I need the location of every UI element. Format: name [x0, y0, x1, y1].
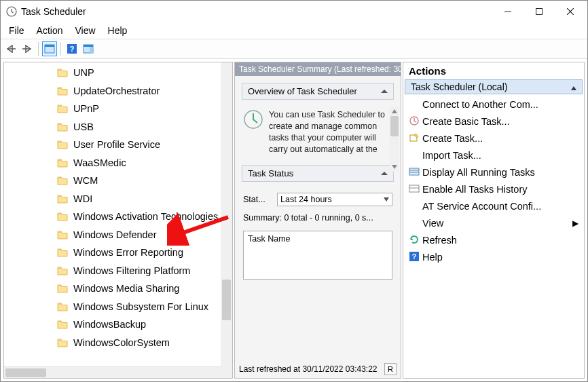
tree-item[interactable]: WDI	[4, 190, 232, 208]
close-button[interactable]	[555, 1, 586, 22]
task-scheduler-window: Task Scheduler File Action View Help ? U…	[0, 0, 588, 382]
tree-item[interactable]: User Profile Service	[4, 136, 232, 154]
tree-item-label: WindowsBackup	[73, 319, 146, 330]
action-item[interactable]: Enable All Tasks History	[406, 180, 581, 197]
show-hide-tree-button[interactable]	[42, 41, 57, 56]
tree-view[interactable]: UNPUpdateOrchestratorUPnPUSBUser Profile…	[4, 62, 232, 378]
action-item[interactable]: Import Task...	[406, 147, 581, 164]
status-header[interactable]: Task Status	[242, 165, 394, 182]
tree-item[interactable]: Windows Error Reporting	[4, 244, 232, 262]
collapse-caret-icon	[381, 90, 388, 93]
status-select-value: Last 24 hours	[280, 195, 332, 204]
folder-icon	[57, 248, 68, 257]
folder-icon	[57, 176, 68, 185]
tree-item-label: UpdateOrchestrator	[73, 85, 160, 96]
tree-item[interactable]: USB	[4, 118, 232, 136]
folder-icon	[57, 140, 68, 149]
window-title: Task Scheduler	[21, 6, 86, 17]
tree-item[interactable]: Windows Activation Technologies	[4, 208, 232, 226]
svg-rect-13	[90, 47, 93, 53]
menu-action[interactable]: Action	[31, 24, 69, 37]
help-button[interactable]: ?	[65, 41, 79, 56]
chevron-down-icon	[384, 197, 389, 202]
action-item[interactable]: View▶	[406, 214, 581, 231]
svg-rect-18	[409, 168, 419, 175]
menu-help[interactable]: Help	[103, 24, 133, 37]
overview-body: You can use Task Scheduler to create and…	[242, 107, 394, 158]
tree-item[interactable]: UpdateOrchestrator	[4, 82, 232, 100]
refresh-row: Last refreshed at 30/11/2022 03:43:22 R	[235, 360, 401, 378]
tree-item-label: USB	[73, 121, 94, 132]
refresh-button[interactable]: R	[384, 363, 397, 375]
action-item[interactable]: ?Help	[406, 248, 581, 265]
action-item-label: Create Task...	[422, 133, 483, 144]
svg-rect-21	[409, 185, 419, 192]
action-item[interactable]: Connect to Another Com...	[406, 96, 581, 113]
folder-icon	[57, 122, 68, 132]
minimize-button[interactable]	[492, 1, 523, 22]
action-item[interactable]: Display All Running Tasks	[406, 164, 581, 180]
status-header-label: Task Status	[248, 168, 293, 178]
menu-view[interactable]: View	[69, 24, 100, 37]
status-period-select[interactable]: Last 24 hours	[277, 193, 392, 206]
show-hide-action-pane-button[interactable]	[81, 41, 96, 56]
tree-item[interactable]: UNP	[4, 64, 232, 82]
forward-button[interactable]	[20, 41, 35, 56]
tree-item-label: WDI	[73, 193, 92, 204]
status-body: Stat... Last 24 hours Summary: 0 total -…	[242, 189, 394, 284]
overview-scrollbar[interactable]	[390, 107, 399, 172]
task-name-table[interactable]: Task Name	[243, 231, 392, 280]
action-item-label: Refresh	[422, 235, 457, 246]
action-item-label: Import Task...	[422, 150, 481, 161]
task-table-header: Task Name	[248, 234, 291, 244]
tree-item-label: WaaSMedic	[73, 157, 126, 168]
action-item[interactable]: Create Task...	[406, 130, 581, 147]
enable-icon	[409, 183, 420, 194]
status-summary: Summary: 0 total - 0 running, 0 s...	[243, 213, 392, 223]
toolbar: ?	[1, 39, 587, 59]
back-button[interactable]	[3, 41, 18, 56]
tree-item[interactable]: WindowsColorSystem	[4, 334, 232, 352]
actions-group-header[interactable]: Task Scheduler (Local)	[405, 79, 583, 94]
action-item[interactable]: AT Service Account Confi...	[406, 197, 581, 214]
chevron-right-icon: ▶	[572, 218, 578, 228]
tree-item[interactable]: Windows Subsystem For Linux	[4, 298, 232, 316]
svg-rect-8	[45, 45, 54, 47]
folder-icon	[57, 104, 68, 113]
collapse-caret-icon	[381, 172, 388, 175]
toolbar-separator	[38, 42, 39, 56]
tree-item[interactable]: WaaSMedic	[4, 154, 232, 172]
overview-header[interactable]: Overview of Task Scheduler	[242, 83, 394, 100]
action-item[interactable]: Refresh	[406, 231, 581, 248]
folder-icon	[57, 320, 68, 329]
summary-title: Task Scheduler Summary (Last refreshed: …	[235, 62, 401, 76]
horizontal-scrollbar[interactable]	[4, 366, 221, 378]
actions-pane: Actions Task Scheduler (Local) Connect t…	[403, 62, 585, 379]
tree-item[interactable]: Windows Media Sharing	[4, 280, 232, 298]
svg-rect-2	[536, 9, 543, 15]
folder-icon	[57, 230, 68, 240]
help-icon: ?	[409, 251, 420, 262]
folder-icon	[57, 194, 68, 204]
folder-icon	[57, 158, 68, 168]
refresh-icon	[409, 234, 420, 245]
tree-item[interactable]: Windows Filtering Platform	[4, 262, 232, 280]
action-item[interactable]: Create Basic Task...	[406, 113, 581, 130]
titlebar-left: Task Scheduler	[6, 6, 86, 17]
folder-icon	[57, 302, 68, 311]
maximize-button[interactable]	[523, 1, 555, 22]
overview-text: You can use Task Scheduler to create and…	[269, 109, 392, 155]
tree-item[interactable]: WCM	[4, 172, 232, 190]
tree-item[interactable]: Windows Defender	[4, 226, 232, 244]
summary-body: Overview of Task Scheduler You can use T…	[235, 76, 401, 360]
action-item-label: Enable All Tasks History	[422, 184, 527, 195]
tree-item[interactable]: WindowsBackup	[4, 316, 232, 334]
basic-icon	[409, 115, 420, 126]
tree-item[interactable]: UPnP	[4, 100, 232, 118]
summary-pane: Task Scheduler Summary (Last refreshed: …	[234, 62, 401, 379]
tree-item-label: Windows Activation Technologies	[73, 211, 218, 222]
menu-file[interactable]: File	[3, 24, 30, 37]
main-body: UNPUpdateOrchestratorUPnPUSBUser Profile…	[1, 59, 587, 381]
vertical-scrollbar[interactable]	[221, 62, 232, 378]
tree-item-label: UPnP	[73, 103, 99, 114]
